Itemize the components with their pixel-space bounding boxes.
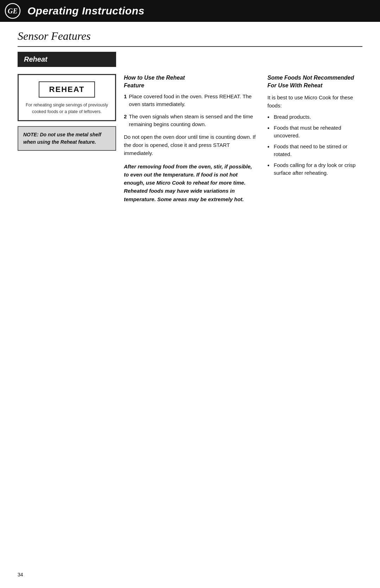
some-foods-title-line1: Some Foods Not (267, 75, 312, 81)
after-removing-para: After removing food from the oven, stir,… (124, 162, 257, 203)
svg-text:GE: GE (8, 7, 18, 15)
list-item: Foods calling for a dry look or crisp su… (267, 161, 362, 177)
section-divider (18, 46, 362, 47)
step-2: 2 The oven signals when steam is sensed … (124, 113, 257, 129)
some-foods-title: Some Foods Not Recommended For Use With … (267, 74, 362, 90)
reheat-display-box: REHEAT For reheating single servings of … (18, 74, 116, 121)
step2-text: The oven signals when steam is sensed an… (129, 113, 257, 129)
some-foods-title-line3: Reheat (304, 82, 322, 88)
main-content: REHEAT For reheating single servings of … (0, 67, 380, 210)
middle-column: How to Use the Reheat Feature 1 Place co… (116, 67, 267, 210)
some-foods-intro: It is best to use Micro Cook for these f… (267, 93, 362, 110)
how-to-title-line1: How to Use the Reheat (124, 74, 257, 82)
reheat-button-label: REHEAT (39, 81, 95, 98)
ge-logo-icon: GE (5, 3, 21, 19)
how-to-title: How to Use the Reheat Feature (124, 74, 257, 90)
note-box: NOTE: Do not use the metal shelf when us… (18, 126, 116, 151)
right-column: Some Foods Not Recommended For Use With … (267, 67, 362, 210)
section-title: Sensor Features (0, 22, 380, 46)
left-column: REHEAT For reheating single servings of … (18, 67, 116, 210)
step-1: 1 Place covered food in the oven. Press … (124, 93, 257, 109)
door-instruction-para: Do not open the oven door until time is … (124, 133, 257, 157)
page-number: 34 (18, 572, 23, 577)
reheat-description: For reheating single servings of previou… (24, 102, 110, 115)
list-item: Foods that need to be stirred or rotated… (267, 143, 362, 159)
header-title: Operating Instructions (27, 5, 145, 17)
step2-number: 2 (124, 113, 127, 129)
list-item: Bread products. (267, 113, 362, 121)
step1-number: 1 (124, 93, 127, 109)
step1-text: Place covered food in the oven. Press RE… (129, 93, 257, 109)
list-item: Foods that must be reheated uncovered. (267, 124, 362, 140)
header-logo: GE (4, 2, 22, 20)
foods-bullet-list: Bread products.Foods that must be reheat… (267, 113, 362, 177)
how-to-title-line2: Feature (124, 82, 257, 89)
header-bar: GE Operating Instructions (0, 0, 380, 22)
feature-label: Reheat (18, 52, 116, 67)
